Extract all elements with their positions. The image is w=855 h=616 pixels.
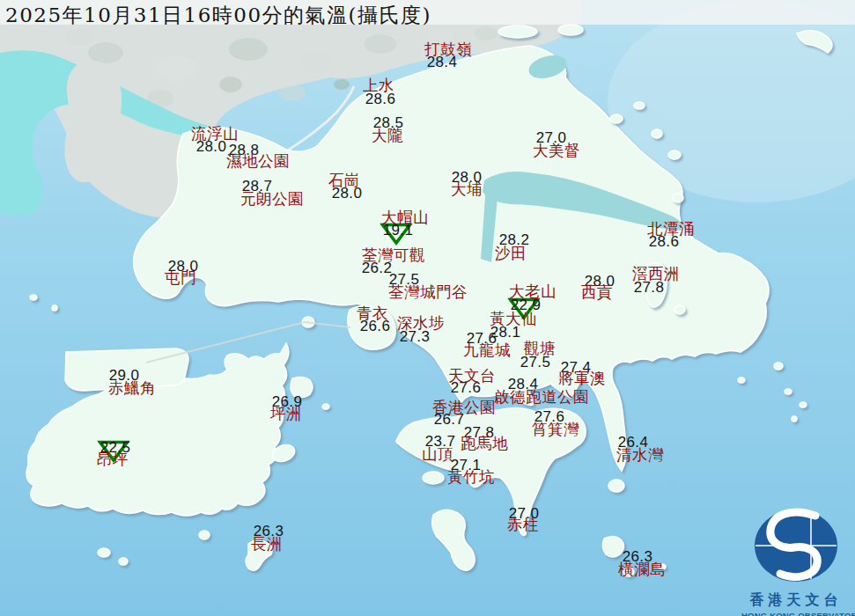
station-name-label: 荃灣可觀 (362, 245, 425, 266)
hk-temperature-map: 2025年10月31日16時00分的氣溫(攝氏度) 28.4打鼓嶺28.6上水2… (0, 0, 855, 616)
station-name-label: 青衣 (357, 303, 388, 324)
station-name-label: 坪洲 (270, 403, 302, 424)
station-name-label: 元朗公園 (240, 188, 304, 209)
station-name-label: 啟德跑道公園 (494, 386, 589, 407)
station-name-label: 橫瀾島 (618, 559, 666, 580)
station-name-label: 筲箕灣 (532, 419, 579, 440)
station-name-label: 昂坪 (97, 449, 129, 470)
station-name-label: 荃灣城門谷 (388, 282, 468, 303)
station-layer: 28.4打鼓嶺28.6上水28.5大隴28.0流浮山28.8濕地公園28.7元朗… (0, 0, 855, 616)
station-name-label: 濕地公園 (226, 150, 290, 172)
station-name-label: 沙田 (495, 243, 527, 264)
station-name-label: 大老山 (509, 281, 556, 302)
station-name-label: 大美督 (533, 140, 580, 161)
station-name-label: 清水灣 (616, 444, 664, 466)
station-name-label: 石崗 (328, 170, 360, 191)
station-name-label: 滘西洲 (632, 263, 680, 284)
station-name-label: 西貢 (581, 282, 613, 303)
station-name-label: 赤柱 (507, 514, 539, 535)
station-name-label: 大隴 (372, 125, 403, 146)
hko-logo-cn-text: 香港天文台 (741, 591, 851, 610)
map-title: 2025年10月31日16時00分的氣溫(攝氏度) (5, 2, 431, 29)
station-name-label: 香港公園 (432, 397, 496, 418)
station-name-label: 山頂 (422, 444, 453, 465)
station-name-label: 赤鱲角 (108, 378, 156, 399)
station-name-label: 大埔 (451, 179, 483, 200)
hko-logo: 香港天文台 HONG KONG OBSERVATORY (741, 505, 851, 616)
station-name-label: 打鼓嶺 (424, 39, 472, 60)
station-name-label: 長洲 (251, 533, 283, 554)
station-name-label: 大帽山 (381, 207, 429, 228)
hko-logo-icon (741, 505, 851, 586)
station-name-label: 九龍城 (463, 340, 511, 361)
station-name-label: 深水埗 (397, 312, 445, 334)
station-name-label: 黃大仙 (490, 308, 537, 329)
station-name-label: 黃竹坑 (447, 466, 495, 488)
station-name-label: 屯門 (165, 268, 196, 289)
hko-logo-en-text: HONG KONG OBSERVATORY (741, 611, 851, 616)
station-name-label: 上水 (363, 75, 394, 96)
station-name-label: 天文台 (448, 365, 496, 386)
station-name-label: 觀塘 (524, 338, 556, 359)
station-name-label: 跑馬地 (461, 433, 508, 454)
station-name-label: 北潭涌 (647, 218, 695, 239)
